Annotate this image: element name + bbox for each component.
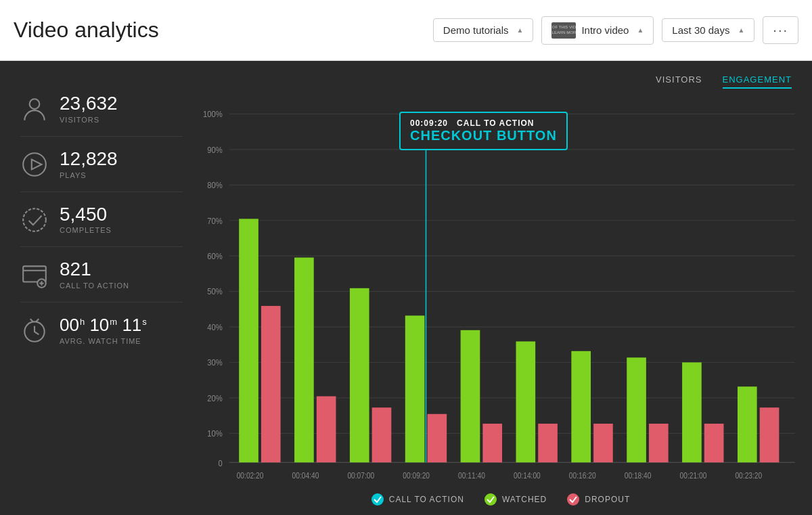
cta-value: 821 <box>60 259 129 280</box>
svg-text:50%: 50% <box>207 287 223 297</box>
bar-watched-9 <box>738 386 757 462</box>
bar-watched-3 <box>405 315 425 462</box>
svg-text:40%: 40% <box>207 322 223 332</box>
date-arrow-icon: ▲ <box>738 26 744 34</box>
playlist-arrow-icon: ▲ <box>517 26 524 34</box>
page-title: Video analytics <box>14 18 159 43</box>
svg-text:80%: 80% <box>207 180 223 190</box>
chart-tabs: VISITORS ENGAGEMENT <box>203 74 798 89</box>
video-label: Intro video <box>581 24 629 36</box>
bar-dropout-6 <box>593 424 613 462</box>
legend-dropout: DROPOUT <box>567 493 630 506</box>
bar-dropout-8 <box>704 424 724 462</box>
svg-text:10%: 10% <box>207 428 223 439</box>
tab-visitors[interactable]: VISITORS <box>656 74 702 89</box>
watch-time-label: AVRG. WATCH TIME <box>60 337 147 345</box>
svg-text:90%: 90% <box>207 145 223 155</box>
cta-icon <box>20 261 49 289</box>
svg-text:60%: 60% <box>207 251 223 261</box>
plays-label: PLAYS <box>60 171 118 179</box>
legend-cta: CALL TO ACTION <box>371 493 464 506</box>
legend-dropout-label: DROPOUT <box>585 495 630 504</box>
chart-panel: VISITORS ENGAGEMENT 100% 90% 80% 70% 60%… <box>196 61 812 515</box>
person-icon <box>20 95 49 123</box>
legend-dropout-dot <box>567 493 579 506</box>
playlist-label: Demo tutorials <box>443 24 509 36</box>
completes-value: 5,450 <box>60 204 112 225</box>
clock-icon <box>20 316 49 344</box>
header-controls: Demo tutorials ▲ OF THIS VIDLEARN MOR In… <box>433 16 798 45</box>
bar-watched-7 <box>627 357 646 462</box>
completes-label: COMPLETES <box>60 226 112 234</box>
bar-dropout-5 <box>538 424 558 462</box>
bar-watched-5 <box>516 342 536 463</box>
svg-text:00:09:20: 00:09:20 <box>403 471 430 480</box>
chart-area: 100% 90% 80% 70% 60% 50% 40% 30% 20% 10%… <box>203 99 798 487</box>
svg-text:00:04:40: 00:04:40 <box>292 471 319 480</box>
visitors-label: VISITORS <box>60 116 118 124</box>
bar-watched-1 <box>294 258 314 463</box>
svg-text:00:21:00: 00:21:00 <box>680 471 707 480</box>
legend-cta-dot <box>371 493 384 506</box>
svg-marker-2 <box>32 159 42 169</box>
video-arrow-icon: ▲ <box>637 26 644 34</box>
watch-seconds: 11 <box>122 315 141 335</box>
bar-watched-0 <box>239 219 258 462</box>
svg-text:100%: 100% <box>203 109 223 119</box>
bar-watched-2 <box>350 288 369 462</box>
main-content: 23,632 VISITORS 12,828 PLAYS <box>0 61 812 515</box>
svg-text:00:02:20: 00:02:20 <box>237 471 264 480</box>
watch-time-value: 00h 10m 11s <box>60 315 147 336</box>
more-icon: ··· <box>773 22 788 38</box>
svg-text:00:07:00: 00:07:00 <box>347 471 374 480</box>
legend-watched: WATCHED <box>484 493 547 506</box>
stat-completes: 5,450 COMPLETES <box>20 192 183 248</box>
bar-watched-6 <box>571 351 591 462</box>
stat-cta: 821 CALL TO ACTION <box>20 247 183 303</box>
more-button[interactable]: ··· <box>763 16 798 44</box>
legend-cta-label: CALL TO ACTION <box>389 495 464 504</box>
svg-point-3 <box>23 208 46 231</box>
svg-text:20%: 20% <box>207 393 223 403</box>
bar-dropout-0 <box>261 306 281 462</box>
svg-line-11 <box>36 319 39 321</box>
svg-text:00:14:00: 00:14:00 <box>514 471 541 480</box>
svg-text:00:23:20: 00:23:20 <box>735 471 762 480</box>
play-icon <box>20 150 49 179</box>
video-thumbnail: OF THIS VIDLEARN MOR <box>551 22 576 39</box>
bar-dropout-3 <box>428 414 447 463</box>
cta-label: CALL TO ACTION <box>60 282 129 290</box>
svg-line-10 <box>30 319 33 321</box>
date-range-dropdown[interactable]: Last 30 days ▲ <box>662 18 754 42</box>
bar-dropout-4 <box>482 424 502 462</box>
stat-visitors: 23,632 VISITORS <box>20 81 183 137</box>
chart-legend: CALL TO ACTION WATCHED DROPOUT <box>203 487 798 508</box>
bar-dropout-9 <box>760 407 780 462</box>
stats-panel: 23,632 VISITORS 12,828 PLAYS <box>0 61 196 515</box>
check-icon <box>20 206 49 234</box>
svg-text:70%: 70% <box>207 216 223 226</box>
svg-text:00:16:20: 00:16:20 <box>569 471 596 480</box>
bar-dropout-7 <box>649 424 669 462</box>
bar-watched-4 <box>461 330 480 462</box>
stat-watch-time: 00h 10m 11s AVRG. WATCH TIME <box>20 303 183 357</box>
svg-text:00:18:40: 00:18:40 <box>625 471 652 480</box>
legend-watched-label: WATCHED <box>502 495 547 504</box>
legend-watched-dot <box>484 493 497 506</box>
video-dropdown[interactable]: OF THIS VIDLEARN MOR Intro video ▲ <box>541 16 654 45</box>
watch-hours: 00 <box>60 315 79 335</box>
svg-text:00:11:40: 00:11:40 <box>458 471 485 480</box>
stat-plays: 12,828 PLAYS <box>20 137 183 192</box>
playlist-dropdown[interactable]: Demo tutorials ▲ <box>433 18 534 42</box>
svg-text:30%: 30% <box>207 357 223 367</box>
watch-minutes: 10 <box>89 315 109 335</box>
visitors-value: 23,632 <box>60 93 118 114</box>
bar-dropout-1 <box>317 397 336 463</box>
bar-watched-8 <box>682 362 702 462</box>
date-range-label: Last 30 days <box>672 24 729 36</box>
header: Video analytics Demo tutorials ▲ OF THIS… <box>0 0 812 61</box>
svg-text:0: 0 <box>218 458 222 468</box>
bar-chart: 100% 90% 80% 70% 60% 50% 40% 30% 20% 10%… <box>203 99 798 487</box>
plays-value: 12,828 <box>60 149 118 170</box>
tab-engagement[interactable]: ENGAGEMENT <box>723 74 792 89</box>
